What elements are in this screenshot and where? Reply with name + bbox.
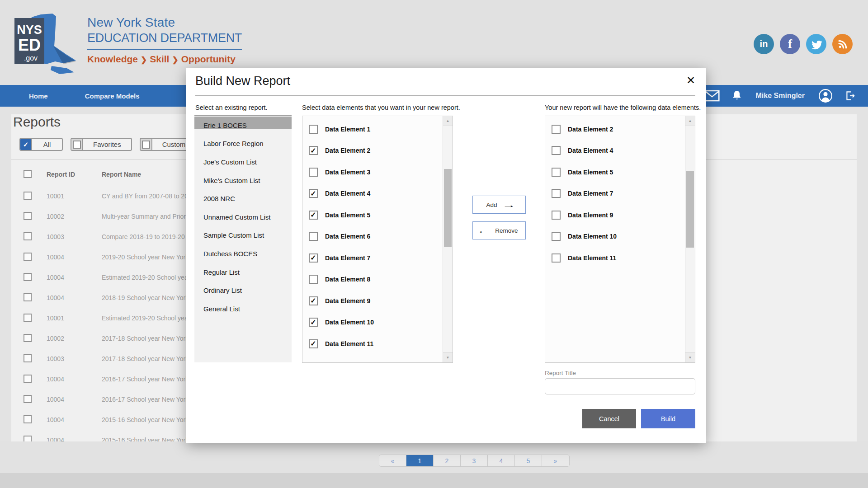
row-checkbox[interactable] [24, 192, 32, 200]
data-element-checkbox[interactable] [309, 211, 318, 220]
existing-report-item[interactable]: Joe's Custom List [194, 153, 292, 171]
row-checkbox[interactable] [24, 375, 32, 383]
data-element-checkbox[interactable] [309, 125, 318, 134]
row-checkbox[interactable] [24, 253, 32, 261]
existing-report-item[interactable]: Unnamed Custom List [194, 208, 292, 226]
row-checkbox[interactable] [24, 334, 32, 342]
account-avatar-icon[interactable] [818, 89, 833, 103]
pagination-cell[interactable]: 3 [461, 455, 488, 466]
data-element-checkbox[interactable] [552, 168, 561, 177]
data-element-checkbox[interactable] [309, 253, 318, 263]
data-element-row[interactable]: Data Element 5 [302, 204, 442, 226]
pagination-cell[interactable]: » [542, 455, 569, 466]
rss-icon[interactable] [832, 34, 853, 54]
nav-item-home[interactable]: Home [29, 92, 48, 100]
data-element-row[interactable]: Data Element 2 [545, 118, 684, 140]
data-element-row[interactable]: Data Element 10 [545, 226, 684, 248]
pagination-cell[interactable]: 4 [488, 455, 515, 466]
data-element-row[interactable]: Data Element 1 [302, 118, 442, 140]
filter-toggle[interactable]: All [19, 138, 63, 151]
filter-checkbox[interactable] [141, 139, 152, 150]
filter-toggle[interactable]: Favorites [71, 138, 132, 151]
data-element-checkbox[interactable] [309, 232, 318, 241]
scrollbar-thumb[interactable] [686, 171, 694, 248]
data-element-row[interactable]: Data Element 7 [302, 247, 442, 269]
nav-item-compare-models[interactable]: Compare Models [85, 92, 140, 100]
scroll-up-icon[interactable]: ▲ [685, 116, 695, 126]
mail-icon[interactable] [704, 90, 720, 102]
data-element-checkbox[interactable] [309, 146, 318, 155]
filter-checkbox[interactable] [20, 139, 32, 150]
scroll-up-icon[interactable]: ▲ [443, 116, 453, 126]
data-element-row[interactable]: Data Element 11 [545, 247, 684, 269]
data-element-row[interactable]: Data Element 11 [302, 333, 442, 355]
data-element-checkbox[interactable] [552, 211, 561, 220]
row-checkbox[interactable] [24, 232, 32, 240]
existing-report-item[interactable]: Mike's Custom List [194, 171, 292, 190]
add-button[interactable]: Add → [472, 196, 526, 214]
data-element-checkbox[interactable] [552, 253, 561, 263]
data-element-checkbox[interactable] [309, 296, 318, 305]
row-checkbox[interactable] [24, 436, 32, 441]
remove-button[interactable]: ← Remove [472, 221, 526, 239]
existing-report-item[interactable]: Labor Force Region [194, 135, 292, 153]
data-element-row[interactable]: Data Element 4 [545, 140, 684, 162]
data-element-row[interactable]: Data Element 9 [545, 204, 684, 226]
scrollbar-thumb[interactable] [444, 169, 452, 247]
data-element-checkbox[interactable] [552, 232, 561, 241]
twitter-icon[interactable] [806, 34, 826, 54]
filter-checkbox[interactable] [71, 139, 83, 150]
existing-report-item[interactable]: Sample Custom List [194, 226, 292, 245]
linkedin-icon[interactable]: in [754, 34, 774, 54]
data-element-row[interactable]: Data Element 7 [545, 183, 684, 205]
data-element-checkbox[interactable] [309, 275, 318, 284]
existing-report-item[interactable]: Dutchess BOCES [194, 244, 292, 263]
select-all-checkbox[interactable] [24, 170, 32, 178]
row-checkbox[interactable] [24, 354, 32, 362]
existing-report-item[interactable]: Ordinary List [194, 281, 292, 300]
data-element-row[interactable]: Data Element 6 [302, 226, 442, 248]
pagination-cell[interactable]: 1 [406, 455, 434, 466]
build-button[interactable]: Build [641, 409, 695, 428]
row-checkbox[interactable] [24, 293, 32, 301]
data-element-checkbox[interactable] [309, 189, 318, 198]
scroll-down-icon[interactable]: ▼ [443, 352, 453, 362]
facebook-icon[interactable]: f [780, 34, 800, 54]
existing-report-item[interactable]: Erie 1 BOCES [194, 116, 292, 135]
data-element-label: Data Element 2 [568, 126, 613, 133]
row-checkbox[interactable] [24, 395, 32, 403]
new-report-elements-rows: Data Element 2 Data Element 4 Data Eleme… [545, 118, 684, 269]
data-element-row[interactable]: Data Element 2 [302, 140, 442, 162]
existing-report-item[interactable]: General List [194, 300, 292, 318]
report-title-input[interactable] [545, 378, 695, 394]
row-checkbox[interactable] [24, 273, 32, 281]
pagination-cell[interactable]: 2 [434, 455, 461, 466]
data-element-checkbox[interactable] [552, 146, 561, 155]
scrollbar[interactable]: ▲ ▼ [443, 116, 453, 362]
scroll-down-icon[interactable]: ▼ [685, 352, 695, 362]
pagination-cell[interactable]: 5 [515, 455, 542, 466]
data-element-checkbox[interactable] [552, 125, 561, 134]
cancel-button[interactable]: Cancel [582, 409, 636, 428]
data-element-row[interactable]: Data Element 5 [545, 161, 684, 183]
chevron-icon: ❯ [138, 56, 150, 64]
notifications-bell-icon[interactable] [731, 89, 742, 102]
close-icon[interactable]: ✕ [686, 75, 695, 86]
data-element-checkbox[interactable] [552, 189, 561, 198]
data-element-checkbox[interactable] [309, 318, 318, 327]
data-element-row[interactable]: Data Element 9 [302, 290, 442, 312]
data-element-checkbox[interactable] [309, 339, 318, 348]
row-checkbox[interactable] [24, 314, 32, 322]
logout-icon[interactable] [844, 90, 856, 102]
data-element-row[interactable]: Data Element 3 [302, 161, 442, 183]
pagination-cell[interactable]: « [379, 455, 406, 466]
data-element-row[interactable]: Data Element 10 [302, 312, 442, 333]
existing-report-item[interactable]: Regular List [194, 263, 292, 282]
data-element-row[interactable]: Data Element 4 [302, 183, 442, 205]
row-checkbox[interactable] [24, 415, 32, 423]
scrollbar[interactable]: ▲ ▼ [685, 116, 695, 362]
row-checkbox[interactable] [24, 212, 32, 220]
existing-report-item[interactable]: 2008 NRC [194, 189, 292, 208]
data-element-checkbox[interactable] [309, 168, 318, 177]
data-element-row[interactable]: Data Element 8 [302, 269, 442, 291]
